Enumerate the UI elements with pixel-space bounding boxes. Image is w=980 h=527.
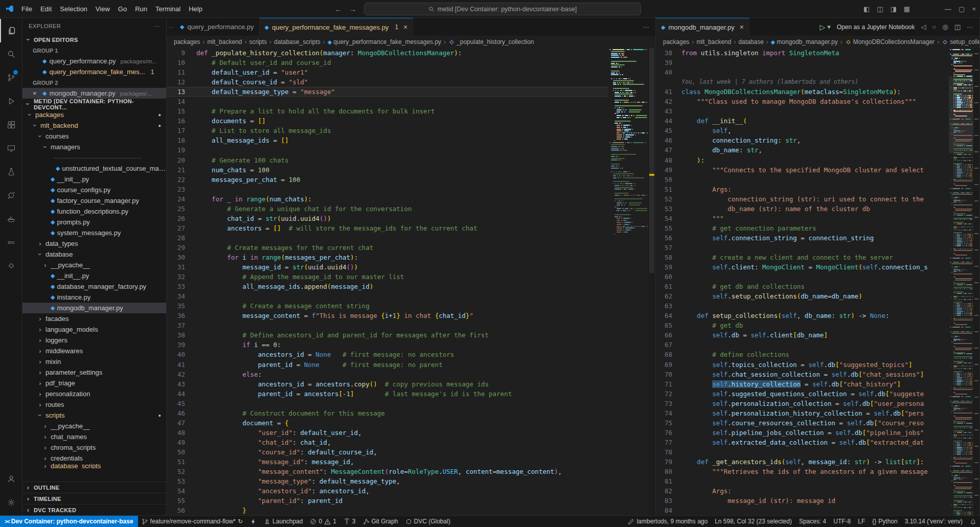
breadcrumb-item[interactable]: packages bbox=[174, 38, 200, 45]
close-icon[interactable]: × bbox=[33, 89, 40, 97]
breadcrumb-item[interactable]: mlt_backend bbox=[207, 38, 242, 45]
status-git-blame[interactable]: lambertods, 9 months ago bbox=[624, 516, 711, 527]
activity-docker[interactable] bbox=[0, 207, 22, 231]
tree-item-function_descriptions.py[interactable]: ◆function_descriptions.py bbox=[22, 206, 166, 217]
status-indentation[interactable]: Spaces: 4 bbox=[795, 516, 830, 527]
go-back-icon[interactable]: ◁ bbox=[921, 23, 926, 31]
tree-item-loggers[interactable]: ›loggers bbox=[22, 335, 166, 346]
tree-item-pdf_triage[interactable]: ›pdf_triage bbox=[22, 378, 166, 388]
tree-item-parameter_settings[interactable]: ›parameter_settings bbox=[22, 367, 166, 378]
tree-item-scripts[interactable]: ›scripts● bbox=[22, 410, 166, 421]
breadcrumb-item[interactable]: setup_collections bbox=[950, 38, 979, 45]
breadcrumb[interactable]: packages›mlt_backend›database›◆mongodb_m… bbox=[656, 36, 979, 48]
breadcrumb-item[interactable]: database_scripts bbox=[274, 38, 321, 45]
tree-item-credentials[interactable]: ›credentials bbox=[22, 453, 166, 464]
menu-go[interactable]: Go bbox=[114, 3, 131, 15]
tree-item-data_types[interactable]: ›data_types bbox=[22, 238, 166, 249]
activity-search[interactable] bbox=[0, 42, 22, 66]
close-icon[interactable]: × bbox=[740, 23, 744, 31]
tree-item-personalization[interactable]: ›personalization bbox=[22, 388, 166, 399]
navigate-back-icon[interactable]: ← bbox=[335, 5, 342, 13]
tree-item-mlt_backend[interactable]: ›mlt_backend● bbox=[22, 120, 166, 131]
breadcrumb-item[interactable]: scripts bbox=[249, 38, 267, 45]
activity-pipelines[interactable] bbox=[0, 254, 22, 278]
activity-extensions[interactable] bbox=[0, 113, 22, 136]
menu-selection[interactable]: Selection bbox=[56, 3, 91, 15]
tree-item-mixin[interactable]: ›mixin bbox=[22, 356, 166, 367]
tree-item-unstructured_textual_course_man...[interactable]: ◆unstructured_textual_course_man... bbox=[22, 163, 166, 174]
more-actions-icon[interactable]: ··· bbox=[154, 23, 160, 29]
activity-testing[interactable] bbox=[0, 160, 22, 184]
tree-item-chroma_scripts[interactable]: ›chroma_scripts bbox=[22, 442, 166, 453]
tree-item-language_models[interactable]: ›language_models bbox=[22, 324, 166, 335]
command-center[interactable]: metid [Dev Container: python-devcontaine… bbox=[364, 3, 641, 15]
tree-item-__pycache__[interactable]: ›__pycache__ bbox=[22, 260, 166, 270]
menu-file[interactable]: File bbox=[17, 3, 36, 15]
more-actions-icon[interactable]: ··· bbox=[643, 23, 649, 31]
section-dvc-tracked[interactable]: ›DVC TRACKED bbox=[22, 504, 166, 515]
menu-terminal[interactable]: Terminal bbox=[151, 3, 185, 15]
restore-icon[interactable]: ▢ bbox=[959, 5, 965, 13]
scrollbar[interactable] bbox=[973, 48, 979, 515]
tree-item-__init__.py[interactable]: ◆__init__.py bbox=[22, 174, 166, 185]
tree-item-prompts.py[interactable]: ◆prompts.py bbox=[22, 217, 166, 227]
tree-item-factory_course_manager.py[interactable]: ◆factory_course_manager.py bbox=[22, 195, 166, 206]
open-editor-item[interactable]: ×◆query_performance.pypackages/m... bbox=[22, 56, 166, 66]
tree-item-mongodb_manager.py[interactable]: ◆mongodb_manager.py bbox=[22, 303, 166, 313]
status-remote-indicator[interactable]: ><Dev Container: python-devcontainer-bas… bbox=[0, 516, 138, 527]
menu-view[interactable]: View bbox=[92, 3, 114, 15]
code-content[interactable]: 38from utils.singleton import SingletonM… bbox=[656, 48, 949, 515]
tab-overflow-icon[interactable]: ··· bbox=[167, 18, 175, 36]
tree-item-middlewares[interactable]: ›middlewares bbox=[22, 346, 166, 356]
status-encoding[interactable]: UTF-8 bbox=[830, 516, 854, 527]
open-as-jupyter-notebook-button[interactable]: Open as a Jupyter Notebook bbox=[837, 24, 915, 31]
run-dropdown-icon[interactable]: ▾ bbox=[827, 23, 831, 31]
code-editor[interactable]: 9def _populate_history_collection(manage… bbox=[167, 48, 655, 515]
tree-item-database[interactable]: ›database bbox=[22, 249, 166, 260]
activity-run-and-debug[interactable] bbox=[0, 89, 22, 113]
breadcrumb-item[interactable]: database bbox=[738, 38, 763, 45]
minimize-icon[interactable]: — bbox=[945, 5, 951, 13]
activity-accounts[interactable] bbox=[0, 467, 22, 491]
activity-jupyter[interactable] bbox=[0, 184, 22, 207]
activity-remote-explorer[interactable] bbox=[0, 136, 22, 160]
close-icon[interactable]: × bbox=[403, 23, 407, 31]
breadcrumb-item[interactable]: query_performance_fake_messages.py bbox=[333, 38, 441, 45]
tree-item-course_configs.py[interactable]: ◆course_configs.py bbox=[22, 185, 166, 195]
more-actions-icon[interactable]: ··· bbox=[967, 23, 973, 31]
tree-item-packages[interactable]: ›packages● bbox=[22, 109, 166, 120]
close-window-icon[interactable]: × bbox=[972, 5, 976, 13]
breadcrumb-item[interactable]: MongoDBCollectionsManager bbox=[853, 38, 935, 45]
breadcrumb-item[interactable]: packages bbox=[663, 38, 689, 45]
status-launchpad[interactable]: Launchpad bbox=[260, 516, 306, 527]
open-editor-item[interactable]: ×◆query_performance_fake_mes...1 bbox=[22, 66, 166, 77]
status-bolt-indicator[interactable] bbox=[246, 516, 260, 527]
status-dvc-status[interactable]: DVC (Global) bbox=[402, 516, 454, 527]
status-git-branch[interactable]: feature/remove-command-flow*↻ bbox=[138, 516, 246, 527]
tree-item-database_scripts[interactable]: ›database_scripts bbox=[22, 464, 166, 468]
tree-item-courses[interactable]: ›courses bbox=[22, 131, 166, 142]
toggle-primary-sidebar-icon[interactable]: ◧ bbox=[863, 5, 870, 13]
minimap[interactable] bbox=[949, 48, 973, 515]
tree-item-ghost[interactable] bbox=[22, 152, 166, 163]
status-notifications[interactable] bbox=[966, 516, 980, 527]
menu-run[interactable]: Run bbox=[131, 3, 151, 15]
status-language-mode[interactable]: {}Python bbox=[869, 516, 901, 527]
tree-item-facades[interactable]: ›facades bbox=[22, 313, 166, 324]
toggle-secondary-sidebar-icon[interactable]: ◨ bbox=[891, 5, 897, 13]
tree-item-database_manager_factory.py[interactable]: ◆database_manager_factory.py bbox=[22, 281, 166, 292]
code-content[interactable]: 9def _populate_history_collection(manage… bbox=[167, 48, 608, 515]
section-timeline[interactable]: ›TIMELINE bbox=[22, 493, 166, 504]
tab-mongodb_manager.py[interactable]: ◆mongodb_manager.py× bbox=[656, 18, 749, 36]
activity-manage-settings[interactable] bbox=[0, 491, 22, 514]
tab-query_performance_fake_messages.py[interactable]: ◆query_performance_fake_messages.py1× bbox=[260, 18, 414, 36]
tree-item-routes[interactable]: ›routes bbox=[22, 399, 166, 410]
status-cursor-position[interactable]: Ln 598, Col 32 (23 selected) bbox=[711, 516, 795, 527]
customize-layout-icon[interactable]: ▦ bbox=[904, 5, 910, 13]
status-problems[interactable]: 01 bbox=[306, 516, 339, 527]
section-outline[interactable]: ›OUTLINE bbox=[22, 482, 166, 493]
menu-edit[interactable]: Edit bbox=[36, 3, 56, 15]
open-editor-item[interactable]: ×◆mongodb_manager.pypackages/... bbox=[22, 88, 166, 99]
workspace-header[interactable]: › METID [DEV CONTAINER: PYTHON-DEVCONT..… bbox=[22, 99, 166, 109]
breadcrumb-item[interactable]: _populate_history_collection bbox=[457, 38, 534, 45]
